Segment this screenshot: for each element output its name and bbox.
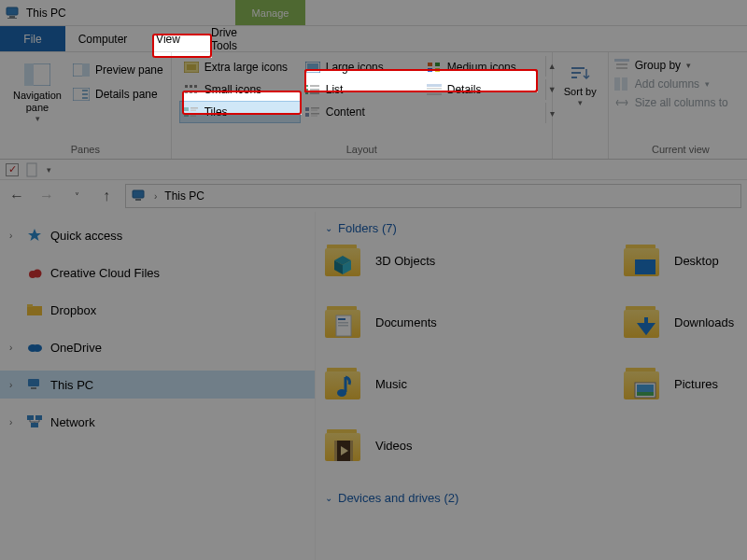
breadcrumb-chevron-icon[interactable]: › (154, 191, 157, 202)
select-toggle-checkbox[interactable]: ✓ (6, 163, 19, 176)
svg-rect-43 (311, 110, 317, 111)
quickbar-dropdown[interactable]: ▾ (47, 165, 51, 175)
svg-rect-16 (435, 63, 440, 66)
folder-downloads[interactable]: Downloads (624, 304, 747, 340)
layout-details[interactable]: Details (422, 78, 545, 101)
layout-medium-icons[interactable]: Medium icons (422, 56, 545, 78)
svg-rect-6 (82, 63, 90, 77)
svg-rect-57 (135, 199, 141, 201)
tree-this-pc[interactable]: › This PC (0, 371, 315, 399)
tree-label: Network (50, 415, 95, 429)
folder-music[interactable]: Music (325, 366, 624, 401)
chevron-right-icon[interactable]: › (9, 380, 19, 390)
folder-desktop[interactable]: Desktop (624, 243, 747, 278)
navigation-row: ← → ˅ ↑ › This PC (0, 180, 747, 212)
sort-by-button[interactable]: Sort by ▾ (560, 60, 600, 107)
group-by-button[interactable]: Group by ▾ (614, 56, 747, 75)
svg-rect-38 (184, 113, 189, 117)
folder-icon (624, 366, 659, 401)
sort-by-label: Sort by (560, 86, 600, 98)
chevron-right-icon[interactable]: › (9, 231, 19, 241)
layout-content[interactable]: Content (301, 101, 422, 123)
svg-rect-9 (82, 93, 88, 95)
svg-rect-26 (310, 85, 319, 87)
svg-rect-23 (190, 91, 192, 93)
tab-manage[interactable]: Manage (235, 0, 305, 26)
tree-creative-cloud[interactable]: Creative Cloud Files (0, 259, 315, 287)
ribbon: Navigation pane ▾ Preview pane Details p… (0, 52, 747, 160)
medium-icons-icon (427, 62, 442, 73)
folder-label: Pictures (674, 377, 718, 391)
svg-rect-64 (28, 379, 39, 386)
tree-label: Creative Cloud Files (50, 266, 160, 280)
svg-rect-80 (637, 392, 654, 396)
folder-3d-objects[interactable]: 3D Objects (325, 243, 624, 278)
svg-rect-65 (31, 387, 36, 389)
folder-documents[interactable]: Documents (325, 304, 624, 340)
chevron-right-icon[interactable]: › (9, 343, 19, 353)
tab-view[interactable]: View (140, 26, 196, 51)
tree-label: OneDrive (50, 341, 102, 355)
svg-rect-56 (133, 190, 144, 198)
add-columns-button[interactable]: Add columns ▾ (614, 75, 747, 93)
folder-videos[interactable]: Videos (325, 427, 624, 463)
recent-locations-dropdown[interactable]: ˅ (65, 185, 88, 207)
navigation-pane-button[interactable]: Navigation pane ▾ (7, 56, 67, 142)
tab-computer[interactable]: Computer (65, 26, 140, 51)
drives-section-header[interactable]: ⌄ Devices and drives (2) (323, 487, 747, 512)
svg-rect-83 (350, 441, 353, 461)
svg-rect-52 (616, 67, 627, 69)
network-icon (26, 414, 43, 429)
layout-tiles[interactable]: Tiles (179, 101, 301, 123)
layout-large-icons[interactable]: Large icons (301, 56, 422, 78)
svg-rect-31 (427, 84, 442, 87)
folder-pictures[interactable]: Pictures (624, 366, 747, 401)
svg-rect-48 (571, 72, 581, 74)
tree-label: This PC (50, 378, 93, 392)
svg-rect-74 (338, 318, 345, 320)
svg-rect-40 (190, 116, 196, 118)
tree-onedrive[interactable]: › OneDrive (0, 333, 315, 361)
layout-extra-large-icons[interactable]: Extra large icons (179, 56, 301, 78)
address-bar[interactable]: › This PC (125, 184, 741, 208)
ribbon-group-layout: Extra large icons Large icons Medium ico… (172, 52, 553, 159)
quickbar-doc-icon (26, 162, 39, 177)
svg-rect-35 (184, 107, 189, 111)
content-icon (305, 106, 320, 118)
chevron-down-icon: ⌄ (325, 493, 332, 503)
folder-icon (624, 304, 659, 340)
back-button[interactable]: ← (6, 185, 28, 207)
this-pc-icon (26, 377, 43, 392)
forward-button[interactable]: → (35, 185, 58, 207)
svg-rect-68 (31, 423, 38, 427)
tree-network[interactable]: › Network (0, 408, 315, 436)
preview-pane-button[interactable]: Preview pane (73, 63, 163, 77)
layout-small-label: Small icons (204, 83, 261, 96)
folder-label: Downloads (674, 315, 734, 329)
svg-rect-79 (637, 385, 654, 392)
svg-rect-46 (311, 116, 317, 117)
tree-dropbox[interactable]: Dropbox (0, 296, 315, 324)
svg-rect-39 (190, 113, 198, 115)
quick-access-icon (26, 228, 43, 243)
svg-rect-25 (305, 85, 308, 87)
details-pane-button[interactable]: Details pane (73, 88, 163, 101)
this-pc-icon (6, 6, 21, 21)
folders-section-header[interactable]: ⌄ Folders (7) (323, 217, 747, 243)
svg-rect-41 (305, 107, 309, 111)
layout-list[interactable]: List (301, 78, 422, 101)
svg-rect-36 (190, 107, 198, 109)
folder-label: 3D Objects (375, 254, 435, 268)
svg-rect-45 (311, 113, 319, 115)
size-all-columns-button[interactable]: Size all columns to (614, 93, 747, 112)
drives-header-label: Devices and drives (2) (338, 491, 458, 505)
tree-quick-access[interactable]: › Quick access (0, 221, 315, 249)
layout-large-label: Large icons (326, 61, 384, 74)
tab-drive-tools[interactable]: Drive Tools (196, 26, 280, 51)
svg-rect-14 (307, 63, 318, 71)
svg-point-63 (33, 344, 42, 352)
up-button[interactable]: ↑ (95, 185, 118, 207)
tab-file[interactable]: File (0, 26, 65, 51)
chevron-right-icon[interactable]: › (9, 417, 19, 427)
layout-small-icons[interactable]: Small icons (179, 78, 301, 101)
